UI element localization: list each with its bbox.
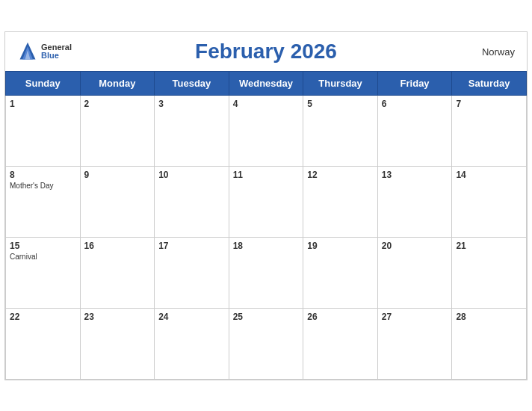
day-number-27: 27	[382, 312, 448, 322]
day-cell-6: 6	[377, 95, 452, 166]
day-number-14: 14	[456, 170, 522, 180]
day-number-25: 25	[233, 312, 300, 322]
day-cell-18: 18	[229, 237, 303, 308]
day-number-8: 8	[10, 170, 76, 180]
calendar-table: Sunday Monday Tuesday Wednesday Thursday…	[5, 71, 527, 380]
day-cell-25: 25	[229, 308, 303, 379]
week-row-2: 8Mother's Day91011121314	[6, 166, 527, 237]
calendar-title: February 2026	[195, 40, 337, 64]
day-cell-3: 3	[155, 95, 229, 166]
logo-icon	[17, 41, 38, 62]
week-row-4: 22232425262728	[6, 308, 527, 379]
day-cell-11: 11	[229, 166, 303, 237]
day-number-1: 1	[10, 99, 76, 109]
day-number-12: 12	[307, 170, 374, 180]
day-number-5: 5	[307, 99, 374, 109]
col-monday: Monday	[80, 71, 155, 95]
day-cell-19: 19	[303, 237, 378, 308]
day-cell-24: 24	[155, 308, 229, 379]
day-number-2: 2	[84, 99, 151, 109]
day-number-11: 11	[233, 170, 300, 180]
day-number-16: 16	[84, 241, 151, 251]
day-number-15: 15	[10, 241, 76, 251]
logo: General Blue	[17, 41, 72, 62]
day-number-21: 21	[456, 241, 522, 251]
day-number-9: 9	[84, 170, 151, 180]
day-number-6: 6	[382, 99, 448, 109]
col-wednesday: Wednesday	[229, 71, 303, 95]
logo-blue-text: Blue	[41, 52, 72, 60]
day-number-24: 24	[158, 312, 225, 322]
day-cell-21: 21	[452, 237, 527, 308]
day-number-20: 20	[382, 241, 448, 251]
day-number-18: 18	[233, 241, 300, 251]
day-cell-2: 2	[80, 95, 155, 166]
day-cell-15: 15Carnival	[6, 237, 81, 308]
day-number-23: 23	[84, 312, 151, 322]
day-cell-7: 7	[452, 95, 527, 166]
day-number-7: 7	[456, 99, 522, 109]
day-number-13: 13	[382, 170, 448, 180]
event-label-8: Mother's Day	[10, 182, 76, 190]
day-number-4: 4	[233, 99, 300, 109]
day-number-3: 3	[158, 99, 225, 109]
country-label: Norway	[482, 46, 515, 57]
day-number-10: 10	[158, 170, 225, 180]
day-number-28: 28	[456, 312, 522, 322]
col-thursday: Thursday	[303, 71, 378, 95]
day-cell-20: 20	[377, 237, 452, 308]
calendar: General Blue February 2026 Norway Sunday…	[4, 31, 528, 380]
day-cell-1: 1	[6, 95, 81, 166]
day-cell-23: 23	[80, 308, 155, 379]
day-number-22: 22	[10, 312, 76, 322]
week-row-3: 15Carnival161718192021	[6, 237, 527, 308]
day-cell-8: 8Mother's Day	[6, 166, 81, 237]
col-sunday: Sunday	[6, 71, 81, 95]
day-cell-13: 13	[377, 166, 452, 237]
day-cell-26: 26	[303, 308, 378, 379]
day-cell-22: 22	[6, 308, 81, 379]
day-cell-28: 28	[452, 308, 527, 379]
day-number-17: 17	[158, 241, 225, 251]
day-cell-4: 4	[229, 95, 303, 166]
day-cell-5: 5	[303, 95, 378, 166]
day-number-26: 26	[307, 312, 374, 322]
day-cell-9: 9	[80, 166, 155, 237]
logo-text: General Blue	[41, 43, 72, 60]
col-friday: Friday	[377, 71, 452, 95]
day-cell-14: 14	[452, 166, 527, 237]
col-tuesday: Tuesday	[155, 71, 229, 95]
day-cell-27: 27	[377, 308, 452, 379]
day-cell-17: 17	[155, 237, 229, 308]
calendar-header: General Blue February 2026 Norway	[5, 32, 527, 71]
day-cell-10: 10	[155, 166, 229, 237]
event-label-15: Carnival	[10, 253, 76, 261]
weekday-header-row: Sunday Monday Tuesday Wednesday Thursday…	[6, 71, 527, 95]
day-cell-16: 16	[80, 237, 155, 308]
day-number-19: 19	[307, 241, 374, 251]
week-row-1: 1234567	[6, 95, 527, 166]
day-cell-12: 12	[303, 166, 378, 237]
col-saturday: Saturday	[452, 71, 527, 95]
